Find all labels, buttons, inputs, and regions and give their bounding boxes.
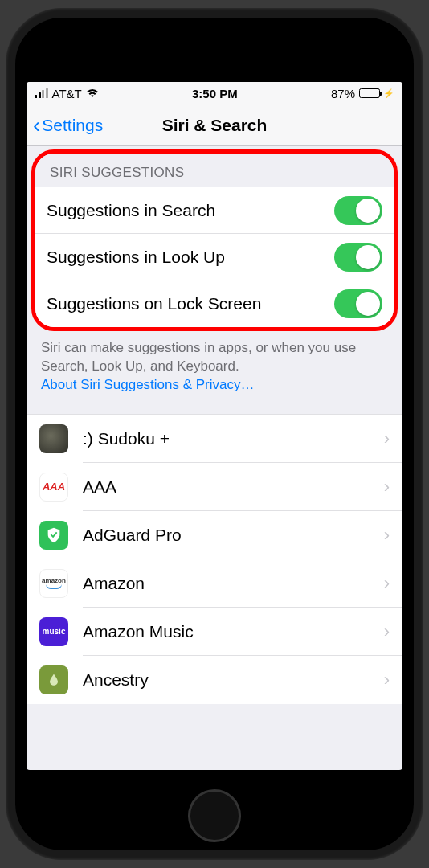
chevron-right-icon: › <box>384 669 390 690</box>
app-row-amazon-music[interactable]: music Amazon Music › <box>27 608 402 656</box>
app-row-sudoku[interactable]: :) Sudoku + › <box>27 415 402 463</box>
row-label: Suggestions in Look Up <box>47 248 334 267</box>
app-icon-amazon-music: music <box>39 617 68 646</box>
toggle-suggestions-search[interactable] <box>334 196 382 225</box>
app-icon-aaa: AAA <box>39 473 68 502</box>
highlighted-section: SIRI SUGGESTIONS Suggestions in Search S… <box>31 149 398 331</box>
chevron-left-icon: ‹ <box>33 114 40 137</box>
app-icon-ancestry <box>39 665 68 694</box>
row-suggestions-search: Suggestions in Search <box>35 187 394 234</box>
screen: AT&T 3:50 PM 87% ⚡ ‹ Settings <box>27 82 402 770</box>
carrier-label: AT&T <box>52 87 82 100</box>
battery-icon <box>359 88 380 98</box>
app-name-label: AdGuard Pro <box>83 526 384 545</box>
status-bar: AT&T 3:50 PM 87% ⚡ <box>27 82 402 104</box>
app-name-label: :) Sudoku + <box>83 429 384 448</box>
chevron-right-icon: › <box>384 477 390 497</box>
toggle-suggestions-lockscreen[interactable] <box>334 289 382 318</box>
phone-inner: AT&T 3:50 PM 87% ⚡ ‹ Settings <box>15 18 414 850</box>
back-button[interactable]: ‹ Settings <box>33 114 103 137</box>
content: SIRI SUGGESTIONS Suggestions in Search S… <box>27 146 402 770</box>
section-header-siri-suggestions: SIRI SUGGESTIONS <box>35 154 394 187</box>
row-label: Suggestions in Search <box>47 201 334 220</box>
back-label: Settings <box>42 116 103 135</box>
app-icon-adguard <box>39 521 68 550</box>
amazon-smile-icon <box>46 584 62 589</box>
app-name-label: AAA <box>83 477 384 497</box>
row-suggestions-lockscreen: Suggestions on Lock Screen <box>35 280 394 327</box>
section-footer: Siri can make suggestions in apps, or wh… <box>27 331 402 414</box>
toggle-suggestions-lookup[interactable] <box>334 243 382 272</box>
app-icon-amazon: amazon <box>39 569 68 598</box>
chevron-right-icon: › <box>384 428 390 449</box>
app-list: :) Sudoku + › AAA AAA › AdGuard Pro › <box>27 414 402 704</box>
app-name-label: Amazon Music <box>83 622 384 641</box>
charging-icon: ⚡ <box>383 88 394 99</box>
page-title: Siri & Search <box>162 116 268 135</box>
chevron-right-icon: › <box>384 525 390 546</box>
footer-text: Siri can make suggestions in apps, or wh… <box>41 340 356 374</box>
status-left: AT&T <box>35 87 99 100</box>
phone-frame: AT&T 3:50 PM 87% ⚡ ‹ Settings <box>6 8 423 860</box>
row-label: Suggestions on Lock Screen <box>47 294 334 313</box>
row-suggestions-lookup: Suggestions in Look Up <box>35 234 394 280</box>
app-name-label: Amazon <box>83 574 384 593</box>
app-icon-sudoku <box>39 424 68 453</box>
chevron-right-icon: › <box>384 573 390 594</box>
about-siri-privacy-link[interactable]: About Siri Suggestions & Privacy… <box>41 377 255 392</box>
home-button[interactable] <box>188 789 241 842</box>
app-name-label: Ancestry <box>83 670 384 690</box>
nav-bar: ‹ Settings Siri & Search <box>27 104 402 146</box>
app-row-ancestry[interactable]: Ancestry › <box>27 656 402 704</box>
battery-percent: 87% <box>331 87 355 100</box>
status-right: 87% ⚡ <box>331 87 394 100</box>
chevron-right-icon: › <box>384 621 390 642</box>
icon-text: music <box>43 627 66 636</box>
app-row-amazon[interactable]: amazon Amazon › <box>27 559 402 608</box>
icon-text: amazon <box>42 577 66 584</box>
app-row-adguard[interactable]: AdGuard Pro › <box>27 511 402 559</box>
app-row-aaa[interactable]: AAA AAA › <box>27 463 402 511</box>
signal-icon <box>35 88 48 98</box>
wifi-icon <box>86 88 99 98</box>
icon-text: AAA <box>43 481 65 493</box>
status-time: 3:50 PM <box>192 87 238 100</box>
